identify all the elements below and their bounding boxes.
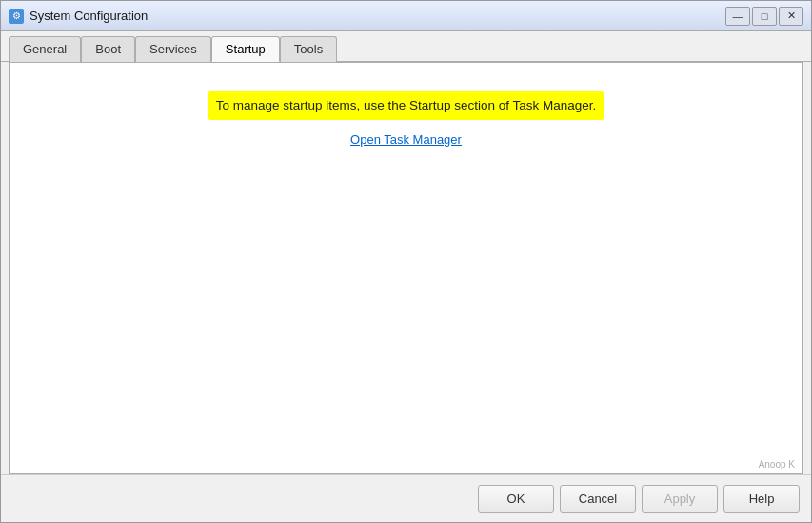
open-task-manager-link[interactable]: Open Task Manager xyxy=(349,131,463,148)
window-icon: ⚙ xyxy=(9,9,24,24)
tab-general[interactable]: General xyxy=(9,36,81,62)
ok-button[interactable]: OK xyxy=(478,485,554,513)
bottom-bar: OK Cancel Apply Help xyxy=(1,474,811,522)
window-title: System Configuration xyxy=(30,9,148,23)
cancel-button[interactable]: Cancel xyxy=(560,485,636,513)
content-area: To manage startup items, use the Startup… xyxy=(9,62,803,474)
tab-tools[interactable]: Tools xyxy=(280,36,337,62)
tab-boot[interactable]: Boot xyxy=(81,36,135,62)
watermark: Anoop K xyxy=(759,459,795,470)
title-bar: ⚙ System Configuration — □ ✕ xyxy=(1,1,811,31)
close-button[interactable]: ✕ xyxy=(779,7,803,26)
startup-message: To manage startup items, use the Startup… xyxy=(208,91,604,120)
title-bar-controls: — □ ✕ xyxy=(725,7,803,26)
minimize-button[interactable]: — xyxy=(725,7,750,26)
title-bar-left: ⚙ System Configuration xyxy=(9,9,148,24)
tab-services[interactable]: Services xyxy=(135,36,211,62)
maximize-button[interactable]: □ xyxy=(752,7,777,26)
tab-startup[interactable]: Startup xyxy=(211,36,280,62)
tab-bar: General Boot Services Startup Tools xyxy=(1,31,811,62)
system-configuration-window: ⚙ System Configuration — □ ✕ General Boo… xyxy=(0,0,812,523)
apply-button[interactable]: Apply xyxy=(642,485,718,513)
help-button[interactable]: Help xyxy=(723,485,800,513)
